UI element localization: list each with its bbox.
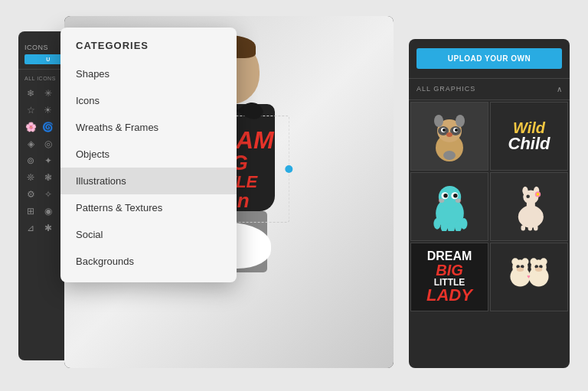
- icon-snowflake[interactable]: ❄: [23, 86, 38, 101]
- svg-rect-33: [521, 225, 525, 230]
- category-shapes[interactable]: Shapes: [60, 60, 237, 87]
- icon-asterisk[interactable]: ✳: [41, 86, 56, 101]
- icon-sun[interactable]: ☀: [41, 103, 56, 118]
- categories-title: CATEGORIES: [60, 40, 237, 60]
- svg-point-39: [521, 258, 528, 265]
- icon-star[interactable]: ☆: [23, 103, 38, 118]
- graphics-grid: Wild Child: [409, 100, 570, 313]
- icon-target[interactable]: ⊚: [23, 153, 38, 168]
- category-wreaths-frames[interactable]: Wreaths & Frames: [60, 114, 237, 141]
- scene: ICONS U ALL ICONS ❄ ✳ ◯ ☆ ☀ ☁ 🌸 🌀 🍃 ◈ ◎ …: [18, 16, 570, 376]
- svg-point-28: [522, 187, 528, 195]
- svg-point-17: [453, 194, 458, 198]
- icon-diamond[interactable]: ◈: [23, 136, 38, 152]
- child-text: Child: [508, 135, 550, 152]
- svg-point-38: [511, 258, 518, 265]
- graphic-teal-character[interactable]: [410, 172, 488, 241]
- dream-lady-big: BIG: [436, 262, 463, 278]
- svg-point-3: [456, 115, 465, 127]
- svg-point-42: [516, 267, 523, 272]
- icon-spiral[interactable]: 🌀: [41, 119, 56, 135]
- category-backgrounds[interactable]: Backgrounds: [60, 248, 237, 275]
- svg-point-24: [455, 198, 460, 203]
- graphic-wild-child[interactable]: Wild Child: [490, 102, 568, 171]
- wild-text: Wild: [513, 120, 545, 135]
- category-illustrations[interactable]: Illustrations: [60, 168, 237, 194]
- icon-donut[interactable]: ◉: [41, 204, 56, 219]
- category-objects[interactable]: Objects: [60, 141, 237, 168]
- svg-point-23: [438, 198, 443, 203]
- icon-asterisk2[interactable]: ✱: [41, 220, 56, 236]
- svg-point-45: [530, 258, 537, 265]
- chevron-up-icon[interactable]: ∧: [557, 85, 562, 93]
- svg-point-30: [526, 194, 530, 198]
- icon-ring[interactable]: ◎: [41, 136, 56, 152]
- icon-spark[interactable]: ✧: [41, 187, 56, 202]
- graphic-llama[interactable]: [490, 172, 568, 241]
- svg-point-49: [534, 267, 541, 272]
- dream-lady-lady: LADY: [426, 287, 472, 304]
- icon-snowflake2[interactable]: ❊: [23, 170, 38, 185]
- svg-point-8: [443, 129, 446, 132]
- svg-point-11: [443, 151, 456, 160]
- categories-dropdown: CATEGORIES Shapes Icons Wreaths & Frames…: [60, 28, 237, 282]
- svg-point-22: [460, 218, 467, 230]
- all-graphics-label: ALL GRAPHICS: [416, 85, 475, 93]
- icon-cross[interactable]: ✦: [41, 153, 56, 168]
- icon-waffle[interactable]: ⊞: [23, 204, 38, 219]
- svg-rect-35: [534, 225, 538, 230]
- graphic-dream-lady[interactable]: DREAM BIG LITTLE LADY: [410, 243, 488, 311]
- icon-flower[interactable]: ❃: [41, 170, 56, 185]
- category-social[interactable]: Social: [60, 221, 237, 248]
- svg-point-9: [455, 129, 458, 132]
- svg-point-10: [446, 132, 452, 137]
- dream-lady-dream: DREAM: [427, 250, 472, 262]
- svg-point-32: [536, 193, 539, 196]
- category-icons[interactable]: Icons: [60, 87, 237, 114]
- category-patterns-textures[interactable]: Patterns & Textures: [60, 194, 237, 221]
- svg-point-2: [434, 115, 443, 127]
- all-graphics-header: ALL GRAPHICS ∧: [409, 79, 570, 100]
- graphic-bears[interactable]: ♥: [490, 243, 568, 311]
- svg-point-16: [443, 194, 448, 198]
- icon-triangle[interactable]: ⊿: [23, 220, 38, 236]
- svg-rect-34: [528, 225, 532, 230]
- svg-text:♥: ♥: [527, 273, 531, 280]
- resize-handle[interactable]: [286, 165, 293, 173]
- upload-own-button[interactable]: UPLOAD YOUR OWN: [416, 48, 562, 69]
- right-panel-header: UPLOAD YOUR OWN: [409, 39, 570, 79]
- svg-point-18: [433, 218, 440, 230]
- right-panel: UPLOAD YOUR OWN ALL GRAPHICS ∧: [409, 39, 570, 368]
- graphic-raccoon[interactable]: [410, 102, 488, 171]
- icon-face[interactable]: 🌸: [23, 119, 38, 135]
- icon-gear[interactable]: ⚙: [23, 187, 38, 202]
- svg-point-46: [540, 258, 547, 265]
